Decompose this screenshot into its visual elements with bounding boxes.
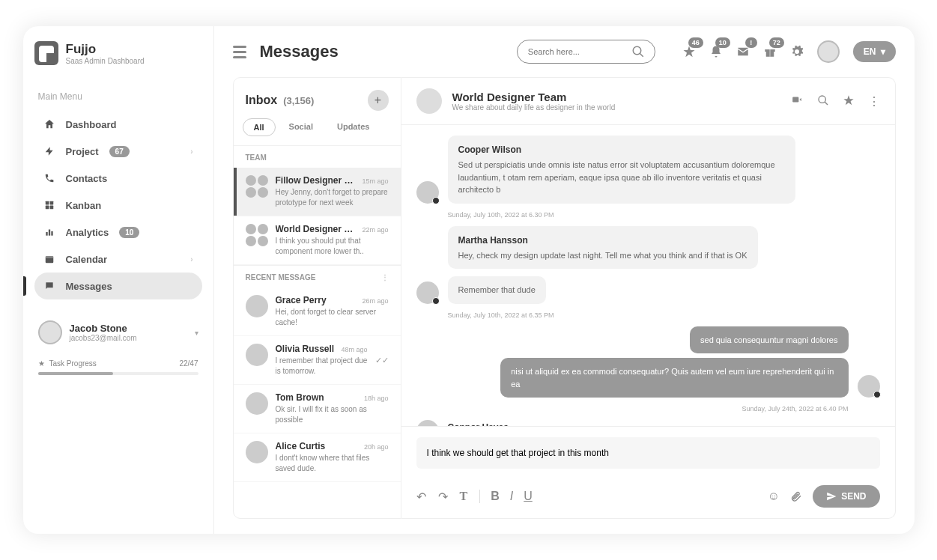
bold-icon[interactable]: B bbox=[491, 490, 500, 503]
emoji-icon[interactable]: ☺ bbox=[768, 490, 780, 503]
search-input[interactable] bbox=[528, 47, 631, 56]
text-icon[interactable]: T bbox=[460, 490, 468, 503]
thread-time: 48m ago bbox=[341, 346, 367, 353]
gift-icon[interactable]: 72 bbox=[763, 45, 777, 58]
thread-recent-1[interactable]: Olivia Russell48m ago I remember that pr… bbox=[234, 336, 401, 385]
mail-badge: ! bbox=[745, 37, 757, 48]
inbox-count: (3,156) bbox=[283, 95, 314, 106]
svg-rect-3 bbox=[49, 206, 53, 210]
sidebar-item-analytics[interactable]: Analytics 10 bbox=[34, 219, 202, 246]
group-avatar-icon bbox=[246, 175, 268, 198]
hamburger-icon[interactable] bbox=[233, 46, 246, 58]
msg-bubble: Martha Hansson Hey, check my design upda… bbox=[448, 226, 758, 270]
msg-text: sed quia consequuntur magni dolores bbox=[700, 335, 837, 344]
star-icon[interactable] bbox=[843, 94, 855, 109]
thread-name: Grace Perry bbox=[276, 295, 327, 305]
undo-icon[interactable]: ↶ bbox=[416, 490, 426, 504]
task-progress: ★ Task Progress 22/47 bbox=[34, 359, 202, 375]
search-icon[interactable] bbox=[631, 45, 645, 58]
thread-recent-3[interactable]: Alice Curtis20h ago I dont't know where … bbox=[234, 433, 401, 482]
thread-team-1[interactable]: World Designer Team22m ago I think you s… bbox=[234, 216, 401, 265]
bell-badge: 10 bbox=[715, 37, 730, 48]
group-avatar-icon bbox=[246, 224, 268, 246]
msg-bubble: Remember that dude bbox=[448, 276, 546, 304]
star-icon[interactable]: 46 bbox=[682, 45, 696, 58]
sidebar-item-label: Contacts bbox=[66, 173, 108, 184]
thread-time: 22m ago bbox=[362, 226, 388, 234]
msg-author: Martha Hansson bbox=[458, 234, 748, 247]
sidebar-item-dashboard[interactable]: Dashboard bbox=[34, 111, 202, 138]
task-count: 22/47 bbox=[179, 359, 198, 368]
avatar-icon bbox=[246, 344, 268, 366]
compose-button[interactable]: + bbox=[368, 90, 389, 111]
svg-rect-6 bbox=[51, 231, 52, 236]
msg-text: Sed ut perspiciatis unde omnis iste natu… bbox=[458, 160, 775, 194]
msg-avatar bbox=[416, 181, 439, 204]
redo-icon[interactable]: ↷ bbox=[438, 490, 448, 504]
msg-author: Cooper Wilson bbox=[458, 143, 785, 156]
chevron-right-icon: › bbox=[190, 255, 192, 264]
message-icon bbox=[43, 280, 55, 292]
page-title: Messages bbox=[260, 42, 339, 61]
lang-button[interactable]: EN▾ bbox=[853, 41, 896, 62]
caret-down-icon: ▾ bbox=[881, 46, 885, 57]
svg-rect-0 bbox=[45, 201, 49, 205]
sidebar-item-calendar[interactable]: Calendar › bbox=[34, 246, 202, 273]
calendar-icon bbox=[43, 253, 55, 265]
thread-name: Tom Brown bbox=[276, 392, 324, 403]
svg-rect-13 bbox=[769, 49, 771, 57]
video-icon[interactable] bbox=[790, 94, 804, 109]
sidebar-item-messages[interactable]: Messages bbox=[34, 273, 202, 299]
underline-icon[interactable]: U bbox=[524, 490, 533, 503]
star-icon: ★ bbox=[38, 359, 45, 368]
msg-bubble-out: sed quia consequuntur magni dolores bbox=[690, 326, 848, 354]
phone-icon bbox=[43, 172, 55, 184]
analytics-badge: 10 bbox=[119, 227, 139, 238]
read-check-icon: ✓✓ bbox=[375, 356, 389, 365]
search-wrap[interactable] bbox=[517, 40, 655, 64]
tab-all[interactable]: All bbox=[243, 118, 276, 136]
svg-rect-8 bbox=[45, 256, 53, 258]
search-icon[interactable] bbox=[817, 94, 829, 109]
brand-title: Fujjo bbox=[66, 42, 145, 57]
mail-icon[interactable]: ! bbox=[736, 45, 750, 58]
sidebar-item-label: Kanban bbox=[66, 200, 102, 211]
thread-time: 26m ago bbox=[362, 297, 388, 305]
send-button[interactable]: SEND bbox=[813, 485, 879, 508]
thread-name: Fillow Designer Team bbox=[276, 175, 358, 186]
msg-avatar bbox=[416, 420, 439, 426]
thread-recent-0[interactable]: Grace Perry26m ago Hei, dont forget to c… bbox=[234, 287, 401, 336]
tab-social[interactable]: Social bbox=[279, 118, 324, 136]
user-name: Jacob Stone bbox=[70, 323, 137, 334]
top-avatar[interactable] bbox=[817, 40, 840, 63]
gear-icon[interactable] bbox=[790, 45, 804, 58]
msg-time: Sunday, July 24th, 2022 at 6.40 PM bbox=[416, 405, 880, 413]
thread-preview: I dont't know where that files saved dud… bbox=[276, 453, 389, 474]
compose-input[interactable] bbox=[416, 437, 880, 469]
bell-icon[interactable]: 10 bbox=[709, 45, 723, 58]
sidebar-item-contacts[interactable]: Contacts bbox=[34, 165, 202, 192]
project-badge: 67 bbox=[109, 146, 130, 157]
svg-rect-14 bbox=[792, 97, 798, 102]
more-icon[interactable]: ⋮ bbox=[381, 273, 389, 281]
attach-icon[interactable] bbox=[790, 490, 802, 502]
sidebar-item-kanban[interactable]: Kanban bbox=[34, 192, 202, 219]
svg-line-16 bbox=[825, 102, 828, 105]
thread-recent-2[interactable]: Tom Brown18h ago Ok sir. I will fix it a… bbox=[234, 385, 401, 433]
chat-avatar bbox=[416, 88, 442, 114]
user-block[interactable]: Jacob Stone jacobs23@mail.com ▾ bbox=[34, 314, 202, 350]
brand[interactable]: Fujjo Saas Admin Dashboard bbox=[34, 41, 202, 65]
thread-team-0[interactable]: Fillow Designer Team15m ago Hey Jenny, d… bbox=[234, 168, 401, 216]
more-icon[interactable]: ⋮ bbox=[868, 94, 880, 109]
section-team: TEAM bbox=[234, 145, 401, 168]
thread-time: 15m ago bbox=[362, 177, 388, 185]
tab-updates[interactable]: Updates bbox=[327, 118, 380, 136]
svg-rect-4 bbox=[46, 232, 47, 236]
bolt-icon bbox=[43, 145, 55, 157]
brand-logo-icon bbox=[34, 41, 58, 65]
italic-icon[interactable]: I bbox=[510, 490, 513, 503]
sidebar-item-project[interactable]: Project 67 › bbox=[34, 138, 202, 165]
user-email: jacobs23@mail.com bbox=[70, 334, 137, 342]
chat-sub: We share about daily life as designer in… bbox=[452, 103, 616, 112]
msg-text: Hey, check my design update last night. … bbox=[458, 251, 748, 260]
